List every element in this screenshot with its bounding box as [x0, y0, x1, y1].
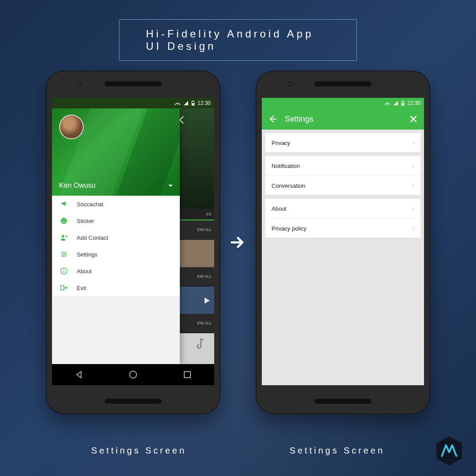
logo-badge: [433, 435, 465, 467]
nav-back-icon[interactable]: [74, 369, 84, 380]
status-time: 12:30: [197, 100, 211, 106]
peek-thumb-person[interactable]: [180, 240, 214, 267]
battery-icon: [191, 100, 195, 106]
setting-label: Conversation: [271, 182, 305, 189]
peek-thumb-stadium[interactable]: [180, 286, 214, 314]
setting-label: Privacy policy: [271, 225, 306, 232]
battery-icon: [401, 100, 405, 106]
svg-rect-19: [184, 372, 190, 378]
arrow-right-icon: [229, 234, 247, 251]
svg-rect-11: [62, 252, 63, 253]
android-nav-bar: [52, 364, 214, 385]
phone-speaker-top: [104, 81, 162, 86]
sliders-icon: [60, 250, 68, 258]
add-contact-icon: [60, 234, 68, 242]
drawer-item-about[interactable]: About: [52, 263, 180, 279]
phones-stage: 12:30 ES EW ALL EW ALL EW ALL: [0, 71, 476, 414]
svg-point-20: [387, 104, 388, 105]
svg-rect-23: [402, 100, 403, 101]
svg-point-7: [62, 235, 64, 238]
drawer-item-label: About: [77, 268, 92, 275]
appbar-title: Settings: [285, 115, 401, 124]
svg-point-6: [65, 219, 66, 220]
drawer-item-exit[interactable]: Exit: [52, 279, 180, 296]
settings-group-1: Privacy ›: [265, 133, 420, 152]
screen-right: 12:30 Settings Privacy › Notification: [262, 98, 424, 385]
phone-speaker-bottom: [314, 398, 372, 404]
status-bar: 12:30: [262, 98, 424, 108]
peek-music-tile[interactable]: [180, 333, 214, 364]
drawer-item-label: Settings: [77, 251, 97, 258]
phone-camera: [287, 82, 292, 86]
avatar[interactable]: [59, 115, 84, 139]
svg-point-15: [63, 269, 64, 270]
content-peek: ES EW ALL EW ALL EW ALL: [180, 209, 214, 364]
svg-rect-3: [193, 100, 193, 101]
captions: Settings Screen Settings Screen: [0, 446, 476, 456]
drawer-header: Ken Owusu: [52, 108, 180, 196]
peek-view-all-3[interactable]: EW ALL: [180, 314, 214, 333]
setting-row-conversation[interactable]: Conversation ›: [265, 176, 420, 195]
setting-row-about[interactable]: About ›: [265, 199, 420, 219]
info-icon: [60, 267, 68, 275]
peek-view-all-2[interactable]: EW ALL: [180, 267, 214, 286]
drawer-empty: [52, 296, 180, 364]
music-note-icon: [195, 337, 205, 350]
phone-left: 12:30 ES EW ALL EW ALL EW ALL: [46, 71, 220, 414]
smiley-icon: [60, 217, 68, 225]
screen-left: 12:30 ES EW ALL EW ALL EW ALL: [52, 98, 214, 385]
signal-icon: [183, 100, 189, 106]
chevron-right-icon: ›: [412, 139, 414, 146]
exit-icon: [60, 284, 68, 292]
setting-label: Notification: [271, 163, 300, 169]
chevron-right-icon: ›: [412, 162, 414, 169]
drawer-list: Soccachat Sticker Add Contact Settings: [52, 196, 180, 296]
setting-row-privacy[interactable]: Privacy ›: [265, 133, 420, 152]
signal-icon: [393, 100, 398, 106]
close-icon[interactable]: [409, 115, 418, 123]
svg-rect-17: [61, 286, 64, 290]
nav-home-icon[interactable]: [128, 369, 138, 380]
chevron-down-icon: [168, 185, 173, 187]
settings-group-2: Notification › Conversation ›: [265, 156, 420, 195]
phone-camera: [78, 82, 82, 86]
page-title: Hi-Fidelity Android App UI Design: [146, 28, 314, 52]
wifi-icon: [175, 100, 181, 106]
setting-row-privacy-policy[interactable]: Privacy policy ›: [265, 219, 420, 238]
phone-speaker-bottom: [104, 398, 162, 404]
status-bar: 12:30: [52, 98, 214, 108]
svg-point-5: [63, 219, 63, 220]
setting-label: About: [271, 205, 286, 212]
drawer-item-label: Exit: [77, 285, 86, 291]
back-arrow-icon[interactable]: [268, 115, 277, 123]
username: Ken Owusu: [59, 182, 96, 190]
svg-rect-12: [65, 254, 66, 255]
chevron-right-icon: ›: [412, 225, 414, 232]
stadium-image: [180, 108, 214, 210]
phone-right: 12:30 Settings Privacy › Notification: [256, 71, 430, 414]
drawer-item-add-contact[interactable]: Add Contact: [52, 229, 180, 246]
setting-row-notification[interactable]: Notification ›: [265, 156, 420, 176]
back-arrow-icon[interactable]: [177, 111, 212, 133]
setting-label: Privacy: [271, 140, 290, 146]
svg-rect-2: [192, 103, 194, 105]
peek-tab[interactable]: ES: [180, 209, 214, 220]
app-bar: Settings: [262, 108, 424, 130]
svg-point-4: [61, 218, 67, 224]
drawer-item-label: Add Contact: [77, 234, 108, 241]
status-time: 12:30: [407, 100, 420, 106]
peek-view-all-1[interactable]: EW ALL: [180, 220, 214, 240]
drawer-item-soccachat[interactable]: Soccachat: [52, 196, 180, 212]
phone-speaker-top: [314, 81, 372, 86]
svg-rect-13: [63, 256, 64, 257]
settings-group-3: About › Privacy policy ›: [265, 199, 420, 238]
drawer-item-sticker[interactable]: Sticker: [52, 212, 180, 229]
page-title-box: Hi-Fidelity Android App UI Design: [119, 19, 357, 61]
caption-left: Settings Screen: [91, 446, 186, 456]
svg-rect-22: [402, 103, 404, 105]
drawer-item-settings[interactable]: Settings: [52, 246, 180, 263]
svg-point-0: [177, 104, 178, 105]
nav-drawer: Ken Owusu Soccachat Sticker: [52, 108, 180, 364]
username-row[interactable]: Ken Owusu: [59, 182, 173, 190]
nav-recent-icon[interactable]: [182, 369, 193, 380]
